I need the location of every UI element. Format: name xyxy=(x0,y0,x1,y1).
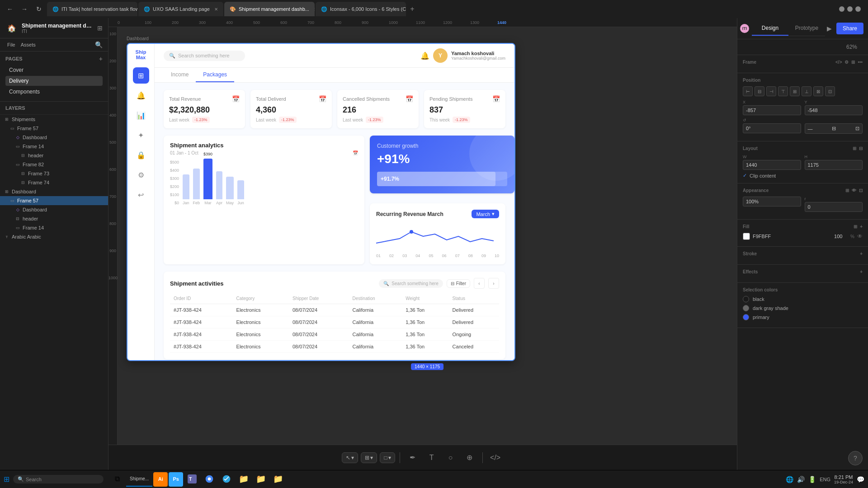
layer-frame14-2[interactable]: ▭ Frame 14 xyxy=(0,223,108,232)
pagination-next-button[interactable]: › xyxy=(488,278,499,289)
pen-tool-button[interactable]: ✒ xyxy=(405,450,421,466)
add-tab-button[interactable]: + xyxy=(407,4,418,14)
start-button[interactable]: ⊞ xyxy=(4,475,9,483)
browser-tab-3[interactable]: 🎨 Shipment management dashb... ✕ xyxy=(224,2,315,16)
fill-opacity-value[interactable]: 100 xyxy=(834,234,848,239)
corner-value[interactable]: 0 xyxy=(805,202,863,212)
layout-icon-1[interactable]: ⊞ xyxy=(853,146,856,151)
dashboard-body[interactable]: Total Revenue 📅 $2,320,880 Last week -1.… xyxy=(155,83,514,360)
stat-cal-icon-2[interactable]: 📅 xyxy=(319,95,326,103)
color-dot-darkgray[interactable] xyxy=(743,305,749,311)
right-tab-design[interactable]: Design xyxy=(752,21,788,36)
taskbar-app-ai[interactable]: Ai xyxy=(153,472,168,487)
fill-style-icon[interactable]: ⊞ xyxy=(854,224,857,229)
layer-arabic[interactable]: T Arabic Arabic xyxy=(0,232,108,241)
align-bottom-icon[interactable]: ⊥ xyxy=(802,86,811,96)
taskbar-search[interactable]: 🔍 Search xyxy=(13,475,104,483)
select-tool-dropdown[interactable]: ↖ ▾ xyxy=(342,452,358,463)
taskbar-app-folder-dashb[interactable]: 📁 xyxy=(270,472,286,487)
filter-button[interactable]: ⊟ Filter xyxy=(447,279,470,288)
more-icon[interactable]: ••• xyxy=(858,60,863,65)
layer-header-2[interactable]: ⊟ header xyxy=(0,214,108,223)
code-view-icon[interactable]: </> xyxy=(835,60,842,65)
settings-icon[interactable]: ⚙ xyxy=(844,60,849,65)
fill-add-icon[interactable]: + xyxy=(860,224,863,229)
tab-packages[interactable]: Packages xyxy=(196,68,234,82)
color-dot-primary[interactable] xyxy=(743,314,749,320)
taskbar-app-telegram[interactable] xyxy=(218,472,235,487)
pagination-prev-button[interactable]: ‹ xyxy=(474,278,485,289)
align-center-h-icon[interactable]: ⊟ xyxy=(755,86,764,96)
layer-frame14-1[interactable]: ▭ Frame 14 xyxy=(0,142,108,151)
nav-forward-btn[interactable]: → xyxy=(18,3,31,15)
stat-cal-icon[interactable]: 📅 xyxy=(232,95,240,103)
layer-dashboard-1[interactable]: ◇ Dashboard xyxy=(0,133,108,142)
taskbar-app-teams[interactable]: T xyxy=(184,472,200,487)
volume-icon[interactable]: 🔊 xyxy=(797,476,805,483)
height-value[interactable]: 1175 xyxy=(805,160,863,170)
design-canvas[interactable]: Dashboard Ship Max ⊞ 🔔 xyxy=(118,27,737,445)
component-tool-button[interactable]: ⊕ xyxy=(462,450,478,466)
activities-search[interactable]: 🔍 Search something here xyxy=(379,279,443,288)
search-icon[interactable]: 🔍 xyxy=(95,41,103,48)
layer-dashboard-group[interactable]: ⊞ Dashboard xyxy=(0,187,108,196)
nav-back-btn[interactable]: ← xyxy=(4,3,16,15)
width-value[interactable]: 1440 xyxy=(743,160,801,170)
ellipse-tool-button[interactable]: ○ xyxy=(443,450,459,466)
close-button[interactable] xyxy=(855,6,861,12)
resize-icon[interactable]: ⊞ xyxy=(851,60,855,65)
file-menu-item[interactable]: File xyxy=(5,41,17,48)
frame-tool-dropdown[interactable]: ⊞ ▾ xyxy=(361,452,377,463)
align-right-icon[interactable]: ⊣ xyxy=(766,86,776,96)
minimize-button[interactable] xyxy=(839,6,844,12)
taskbar-app-folder-projects[interactable]: 📁 xyxy=(236,472,252,487)
sidebar-icon-home[interactable]: 🏠 xyxy=(5,22,18,34)
taskbar-app-chrome[interactable] xyxy=(201,472,217,487)
nav-refresh-btn[interactable]: ↻ xyxy=(33,3,45,15)
stat-cal-icon-4[interactable]: 📅 xyxy=(492,95,500,103)
page-item-cover[interactable]: Cover xyxy=(5,65,103,75)
dashboard-search[interactable]: 🔍 Search something here xyxy=(164,51,245,61)
layer-frame82[interactable]: ▭ Frame 82 xyxy=(0,160,108,169)
layout-icon-2[interactable]: ⊟ xyxy=(859,146,863,151)
layer-frame57-1[interactable]: ▭ Frame 57 xyxy=(0,124,108,133)
nav-chart-icon[interactable]: 📊 xyxy=(133,107,149,123)
page-item-delivery[interactable]: Delivery xyxy=(5,76,103,86)
opacity-value[interactable]: 100% xyxy=(743,197,801,206)
share-button[interactable]: Share xyxy=(836,23,863,34)
nav-delivery-icon[interactable]: 🔔 xyxy=(133,87,149,103)
nav-lock-icon[interactable]: 🔒 xyxy=(133,147,149,163)
browser-tab-4[interactable]: 🌐 Iconsax - 6,000 Icons - 6 Styles (C...… xyxy=(316,2,406,16)
add-page-button[interactable]: + xyxy=(99,55,103,62)
layer-frame73[interactable]: ⊟ Frame 73 xyxy=(0,169,108,178)
notifications-icon[interactable]: 💬 xyxy=(857,476,864,483)
page-item-components[interactable]: Components xyxy=(5,87,103,97)
taskbar-app-taskview[interactable]: ⧉ xyxy=(109,472,125,487)
user-profile-badge[interactable]: ITI xyxy=(740,24,749,33)
tab-close-icon-3[interactable]: ✕ xyxy=(314,7,315,12)
tab-close-icon-2[interactable]: ✕ xyxy=(214,7,218,12)
assets-menu-item[interactable]: Assets xyxy=(19,41,38,48)
fill-eye-icon[interactable]: 👁 xyxy=(857,233,863,239)
taskbar-app-ps[interactable]: Ps xyxy=(169,472,183,487)
code-tool-button[interactable]: </> xyxy=(487,450,504,466)
distribute-v-icon[interactable]: ⊡ xyxy=(825,86,835,96)
play-button[interactable]: ▶ xyxy=(827,25,832,32)
layer-frame74[interactable]: ⊟ Frame 74 xyxy=(0,178,108,187)
fill-color-swatch[interactable] xyxy=(743,233,750,240)
right-tab-prototype[interactable]: Prototype xyxy=(788,21,825,36)
effects-add-icon[interactable]: + xyxy=(860,269,863,274)
x-value[interactable]: -857 xyxy=(743,105,801,115)
taskbar-app-shipment[interactable]: Shipme... xyxy=(126,472,152,487)
fill-hex-value[interactable]: F9FBFF xyxy=(753,234,831,239)
distribute-h-icon[interactable]: ⊠ xyxy=(813,86,823,96)
align-left-icon[interactable]: ⊢ xyxy=(743,86,753,96)
y-value[interactable]: -548 xyxy=(805,105,863,115)
nav-logout-icon[interactable]: ↩ xyxy=(133,187,149,203)
align-center-v-icon[interactable]: ⊞ xyxy=(790,86,800,96)
rotation-value[interactable]: 0° xyxy=(743,123,801,133)
text-tool-button[interactable]: T xyxy=(424,450,440,466)
network-icon[interactable]: 🌐 xyxy=(786,476,793,483)
maximize-button[interactable] xyxy=(847,6,853,12)
browser-tab-2[interactable]: 🌐 UXO SAAS Landing page ✕ xyxy=(138,2,223,16)
